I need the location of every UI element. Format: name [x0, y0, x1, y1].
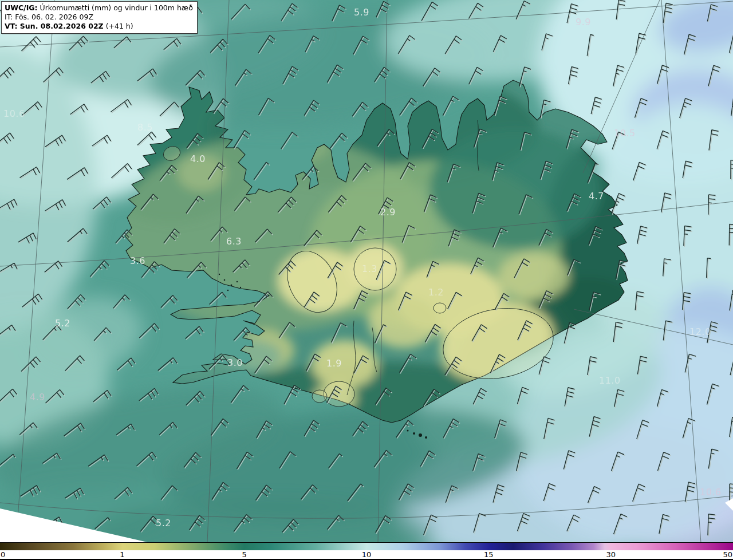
contour-label: 5.2 — [156, 518, 171, 529]
contour-label: 12.0 — [689, 326, 711, 337]
land-precip-blob — [312, 340, 378, 388]
island — [231, 285, 232, 286]
title-line-1: UWC/IG: Úrkomumætti (mm) og vindur i 100… — [5, 3, 193, 13]
colorbar-gradient — [0, 543, 733, 550]
island — [224, 279, 226, 281]
contour-label: 5.9 — [354, 7, 369, 18]
contour-label: 1.3 — [362, 263, 377, 274]
contour-label: 10.6 — [3, 108, 25, 119]
colorbar-tick-label: 10 — [362, 550, 372, 559]
island — [425, 436, 427, 439]
contour-label: 3.0 — [227, 357, 243, 368]
contour-label: 4.0 — [190, 153, 206, 164]
contour-label: 8.5 — [137, 122, 153, 133]
contour-label: 3.6 — [130, 255, 145, 266]
title-text: Úrkomumætti (mm) og vindur i 100m hæð — [38, 3, 193, 12]
island — [419, 433, 422, 437]
valid-time-line: VT: Sun. 08.02.2026 02Z (+41 h) — [5, 22, 193, 31]
island — [240, 287, 241, 288]
weather-map-screen: 5.99.910.68.54.010.54.72.96.33.65.212.01… — [0, 0, 733, 560]
contour-label: 1.2 — [428, 287, 444, 298]
island — [227, 290, 228, 291]
island — [219, 274, 220, 275]
model-id: UWC/IG: — [5, 3, 38, 12]
land-precip-blob — [498, 252, 569, 300]
colorbar-tick-label: 15 — [484, 550, 494, 559]
colorbar-tick-label: 0 — [1, 550, 5, 559]
contour-label: 2.9 — [380, 207, 396, 218]
colorbar-tick-label: 50 — [723, 550, 732, 559]
glacier-outline — [434, 303, 446, 313]
contour-label: 10.5 — [614, 128, 636, 139]
island — [407, 430, 409, 432]
contour-label: 6.3 — [226, 236, 242, 247]
title-box: UWC/IG: Úrkomumætti (mm) og vindur i 100… — [1, 1, 198, 34]
land-precip-blob — [368, 295, 439, 348]
contour-label: 4.7 — [589, 191, 604, 202]
contour-label: 5.2 — [55, 318, 70, 329]
island — [237, 281, 238, 282]
colorbar-tick-label: 5 — [242, 550, 247, 559]
contour-label: 11.0 — [599, 375, 621, 386]
map-canvas: 5.99.910.68.54.010.54.72.96.33.65.212.01… — [0, 0, 733, 560]
contour-label: 10.6 — [700, 487, 722, 498]
glacier-outline — [312, 390, 327, 403]
contour-label: 9.9 — [576, 17, 591, 27]
contour-label: 1.9 — [326, 358, 342, 369]
colorbar-top-border — [0, 542, 733, 543]
init-time-line: IT: Fös. 06. 02. 2026 09Z — [5, 13, 193, 22]
map-field: 5.99.910.68.54.010.54.72.96.33.65.212.01… — [0, 0, 733, 560]
island — [413, 432, 415, 435]
colorbar-tick-label: 30 — [606, 550, 616, 559]
colorbar-tick-label: 1 — [120, 550, 124, 559]
colorbar-tick-labels: 01510153050 — [0, 550, 733, 559]
contour-label: 4.9 — [30, 392, 45, 403]
